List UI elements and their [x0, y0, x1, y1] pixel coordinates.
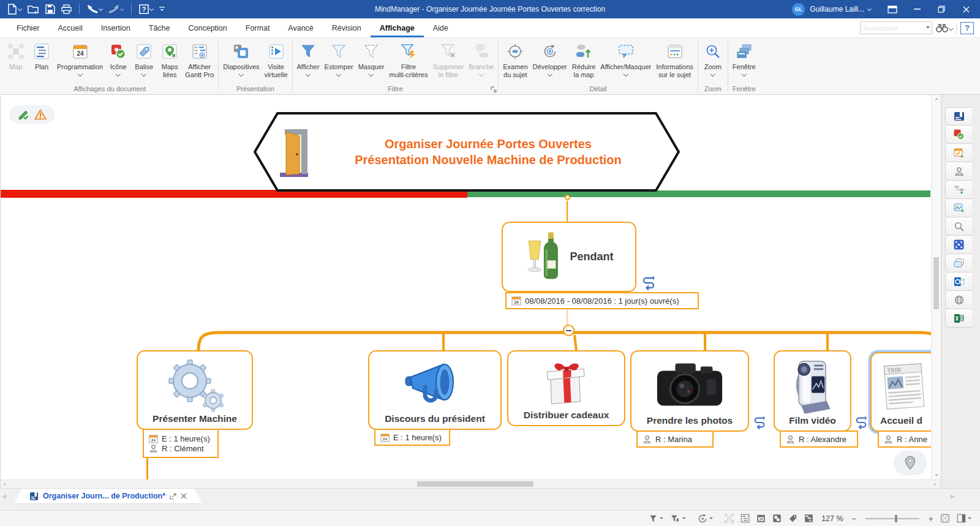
ribbon-button-visite-virtuelle[interactable]: Visite virtuelle: [262, 40, 290, 79]
ribbon-button-afficher-masquer[interactable]: Afficher/Masquer: [598, 40, 654, 76]
ribbon-display-options-button[interactable]: [881, 1, 904, 17]
sidebar-tab-icons[interactable]: [945, 126, 972, 144]
location-pin-marker[interactable]: [894, 451, 927, 475]
tab-revision[interactable]: Révision: [323, 18, 371, 37]
zoom-in-button[interactable]: +: [929, 514, 933, 523]
presenter-machine-callout[interactable]: 24 E : 1 heure(s) R : Clément: [143, 429, 219, 458]
status-tags-view-button[interactable]: [788, 514, 797, 523]
status-outline-view-button[interactable]: [741, 514, 750, 523]
sidebar-tab-map-parts[interactable]: [945, 181, 972, 199]
sidebar-tab-excel[interactable]: [945, 309, 972, 328]
help-question-button[interactable]: ?: [960, 22, 974, 34]
film-callout[interactable]: R : Alexandre: [780, 430, 858, 448]
popout-tab-icon[interactable]: [170, 493, 176, 500]
zoom-slider-handle[interactable]: [895, 515, 897, 522]
scroll-down-arrow[interactable]: ⌄: [932, 470, 941, 477]
ribbon-button-examen-du-sujet[interactable]: Examen du sujet: [500, 40, 530, 79]
ribbon-button-afficher-filtre[interactable]: Afficher: [295, 40, 322, 76]
tab-aide[interactable]: Aide: [424, 18, 458, 37]
redo-button[interactable]: [107, 3, 125, 15]
sidebar-tab-search[interactable]: [945, 217, 972, 236]
account-chevron-icon[interactable]: [867, 6, 872, 10]
central-topic[interactable]: Organiser Journée Portes Ouvertes Présen…: [253, 111, 680, 192]
search-dropdown-icon[interactable]: [926, 26, 930, 29]
scroll-right-arrow[interactable]: ›: [933, 481, 936, 487]
tab-format[interactable]: Format: [236, 18, 279, 37]
zoom-slider[interactable]: [865, 518, 919, 519]
ribbon-button-afficher-gantt-pro[interactable]: Afficher Gantt Pro: [183, 40, 216, 79]
filter-dialog-launcher[interactable]: [491, 86, 497, 92]
ribbon-button-developper[interactable]: Développer: [530, 40, 570, 76]
undo-button[interactable]: [86, 3, 104, 15]
new-document-button[interactable]: [6, 2, 23, 16]
status-refresh-add-button[interactable]: [698, 514, 713, 524]
ribbon-button-maps-liees[interactable]: Maps liées: [157, 40, 183, 79]
sidebar-tab-task-info[interactable]: [945, 144, 972, 162]
horizontal-scroll-thumb[interactable]: [417, 481, 533, 487]
vertical-scrollbar[interactable]: ⌃ ⌄: [931, 95, 941, 479]
close-button[interactable]: [954, 1, 978, 17]
restore-button[interactable]: [930, 1, 953, 17]
status-filter-button[interactable]: [649, 514, 663, 523]
zoom-out-button[interactable]: −: [851, 514, 856, 523]
collapse-branch-control[interactable]: [563, 325, 575, 336]
find-binoculars-button[interactable]: [936, 23, 953, 32]
minimize-button[interactable]: [905, 1, 929, 17]
ribbon-button-informations-sur-le-sujet[interactable]: Informations sur le sujet: [654, 40, 696, 79]
status-power-filter-button[interactable]: [670, 514, 686, 523]
close-tab-icon[interactable]: [181, 493, 187, 499]
ribbon-button-programmation[interactable]: 24 Programmation: [55, 40, 105, 76]
tab-conception[interactable]: Conception: [179, 18, 236, 37]
scroll-up-arrow[interactable]: ⌃: [932, 97, 941, 104]
help-button[interactable]: ?: [138, 3, 154, 15]
search-input[interactable]: [860, 21, 932, 34]
status-icons-view-button[interactable]: [772, 514, 782, 523]
relationship-icon[interactable]: [753, 416, 766, 429]
tab-insertion[interactable]: Insertion: [92, 18, 140, 37]
tab-avance[interactable]: Avancé: [279, 18, 322, 37]
topic-prendre-les-photos[interactable]: Prendre les photos: [630, 350, 749, 432]
ribbon-button-balise[interactable]: Balise: [131, 40, 157, 76]
topic-accueil-selected[interactable]: TRIB Accueil d: [870, 352, 941, 432]
tab-fichier[interactable]: Fichier: [7, 18, 49, 37]
open-button[interactable]: [26, 3, 40, 15]
status-gantt-view-button[interactable]: [804, 514, 813, 523]
ribbon-button-filtre-multi-criteres[interactable]: Filtre multi-critères: [386, 40, 430, 79]
topic-presenter-machine[interactable]: Présenter Machine: [137, 350, 253, 430]
fit-map-button[interactable]: [940, 514, 950, 523]
map-canvas[interactable]: Organiser Journée Portes Ouvertes Présen…: [1, 95, 941, 479]
topic-distribuer-cadeaux[interactable]: Distribuer cadeaux: [507, 350, 625, 426]
ribbon-button-diapositives[interactable]: Diapositives: [221, 40, 262, 76]
sidebar-tab-resources[interactable]: [945, 162, 972, 181]
tab-tache[interactable]: Tâche: [140, 18, 179, 37]
status-schedule-view-button[interactable]: 24: [756, 514, 766, 523]
ribbon-button-icone[interactable]: Icône: [105, 40, 131, 76]
customize-qat-button[interactable]: [158, 5, 166, 13]
sidebar-tab-windows[interactable]: [945, 254, 972, 272]
horizontal-scrollbar[interactable]: ‹ ›: [1, 479, 941, 488]
ribbon-button-reduire-la-map[interactable]: Réduire la map: [570, 40, 598, 79]
tab-accueil[interactable]: Accueil: [49, 18, 92, 37]
sidebar-tab-index[interactable]: [945, 107, 972, 126]
sidebar-tab-outlook[interactable]: [945, 272, 972, 291]
photos-callout[interactable]: R : Marina: [636, 430, 714, 448]
save-button[interactable]: [44, 3, 56, 15]
scroll-left-arrow[interactable]: ‹: [4, 481, 6, 487]
sidebar-tab-fit-map[interactable]: [945, 236, 972, 254]
discours-callout[interactable]: 24 E : 1 heure(s): [374, 429, 450, 446]
tab-affichage[interactable]: Affichage: [371, 18, 424, 37]
topic-pendant[interactable]: Pendant: [502, 222, 636, 292]
ribbon-button-masquer[interactable]: Masquer: [356, 40, 387, 76]
relationship-icon[interactable]: [854, 416, 868, 429]
vertical-scroll-thumb[interactable]: [933, 257, 939, 309]
avatar[interactable]: GL: [792, 3, 805, 16]
topic-film-video[interactable]: Film vidéo: [774, 350, 851, 432]
panel-layout-button[interactable]: [957, 514, 971, 523]
print-button[interactable]: [60, 3, 73, 15]
relationship-icon[interactable]: [641, 276, 656, 290]
topic-discours-du-president[interactable]: Discours du président: [368, 350, 502, 430]
sidebar-tab-image-library[interactable]: [945, 199, 972, 217]
sidebar-tab-web[interactable]: [945, 291, 972, 309]
document-tab[interactable]: Organiser Journ... de Production*: [13, 489, 203, 504]
pendant-dates-callout[interactable]: 24 08/08/2016 - 08/08/2016 : 1 jour(s) o…: [505, 292, 699, 309]
